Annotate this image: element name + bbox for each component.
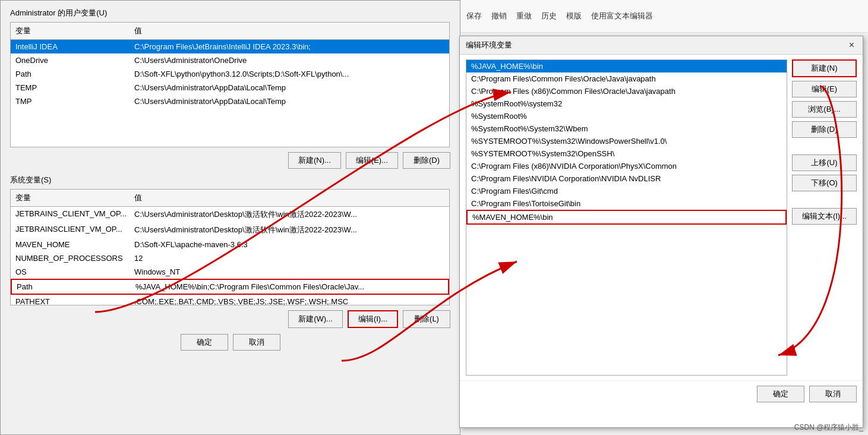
user-col-val-header: 值 bbox=[130, 24, 449, 37]
top-toolbar: 保存 撤销 重做 历史 模版 使用富文本编辑器 bbox=[459, 0, 868, 33]
sys-edit-btn[interactable]: 编辑(I)... bbox=[348, 310, 398, 328]
table-row[interactable]: Path D:\Soft-XFL\python\python3.12.0\Scr… bbox=[11, 67, 449, 81]
system-section-title: 系统变量(S) bbox=[10, 175, 450, 185]
sys-new-btn[interactable]: 新建(W)... bbox=[288, 310, 343, 328]
list-item[interactable]: %SystemRoot%\System32\Wbem bbox=[466, 122, 787, 135]
system-table-header: 变量 值 bbox=[11, 190, 449, 207]
edit-ok-btn[interactable]: 确定 bbox=[757, 386, 804, 402]
table-row[interactable]: IntelliJ IDEA C:\Program Files\JetBrains… bbox=[11, 40, 449, 53]
edit-dialog-title: 编辑环境变量 bbox=[466, 40, 512, 51]
user-table-body[interactable]: IntelliJ IDEA C:\Program Files\JetBrains… bbox=[11, 40, 449, 147]
sys-row-val: C:\Users\Administrator\Desktop\激活软件\win激… bbox=[130, 223, 449, 237]
list-item[interactable]: %SYSTEMROOT%\System32\OpenSSH\ bbox=[466, 147, 787, 160]
sys-col-val-header: 值 bbox=[130, 191, 449, 204]
list-item[interactable]: %SYSTEMROOT%\System32\WindowsPowerShell\… bbox=[466, 135, 787, 147]
user-edit-btn[interactable]: 编辑(E)... bbox=[346, 152, 398, 169]
user-delete-btn[interactable]: 删除(D) bbox=[403, 152, 450, 169]
table-row[interactable]: TMP C:\Users\Administrator\AppData\Local… bbox=[11, 94, 449, 108]
sys-row-val: C:\Users\Administrator\Desktop\激活软件\win激… bbox=[130, 208, 449, 221]
list-item[interactable]: C:\Program Files\NVIDIA Corporation\NVID… bbox=[466, 172, 787, 185]
system-vars-table: 变量 值 JETBRAINS_CLIENT_VM_OP... C:\Users\… bbox=[10, 189, 450, 305]
table-row[interactable]: NUMBER_OF_PROCESSORS 12 bbox=[11, 251, 449, 265]
system-table-body[interactable]: JETBRAINS_CLIENT_VM_OP... C:\Users\Admin… bbox=[11, 207, 449, 305]
list-item[interactable]: %SystemRoot% bbox=[466, 110, 787, 122]
user-row-val: C:\Users\Administrator\AppData\Local\Tem… bbox=[130, 96, 449, 107]
list-item[interactable]: C:\Program Files\Common Files\Oracle\Jav… bbox=[466, 72, 787, 85]
sys-row-var: MAVEN_HOME bbox=[11, 239, 130, 250]
sys-row-var: JETBRAINSCLIENT_VM_OP... bbox=[11, 223, 130, 237]
table-row[interactable]: JETBRAINS_CLIENT_VM_OP... C:\Users\Admin… bbox=[11, 207, 449, 222]
user-table-header: 变量 值 bbox=[11, 23, 449, 40]
user-row-var: Path bbox=[11, 68, 130, 80]
system-btn-row: 新建(W)... 编辑(I)... 删除(L) bbox=[10, 310, 450, 328]
user-row-var: TMP bbox=[11, 96, 130, 107]
edit-delete-btn[interactable]: 删除(D) bbox=[792, 121, 857, 138]
edit-new-btn[interactable]: 新建(N) bbox=[792, 59, 857, 77]
list-item[interactable]: C:\Program Files\Git\cmd bbox=[466, 185, 787, 197]
edit-edit-btn[interactable]: 编辑(E) bbox=[792, 81, 857, 97]
env-dialog-footer: 确定 取消 bbox=[10, 334, 450, 351]
table-row[interactable]: OneDrive C:\Users\Administrator\OneDrive bbox=[11, 53, 449, 67]
sys-path-val: %JAVA_HOME%\bin;C:\Program Files\Common … bbox=[131, 281, 448, 292]
env-variables-dialog: Administrator 的用户变量(U) 变量 值 IntelliJ IDE… bbox=[0, 0, 460, 435]
list-item[interactable]: C:\Program Files\TortoiseGit\bin bbox=[466, 197, 787, 210]
sys-row-val: Windows_NT bbox=[130, 266, 449, 278]
list-item[interactable]: %JAVA_HOME%\bin bbox=[466, 60, 787, 72]
user-row-val: C:\Program Files\JetBrains\IntelliJ IDEA… bbox=[130, 41, 449, 52]
sys-row-val: 12 bbox=[130, 253, 449, 264]
table-row[interactable]: TEMP C:\Users\Administrator\AppData\Loca… bbox=[11, 81, 449, 94]
user-row-val: D:\Soft-XFL\python\python3.12.0\Scripts;… bbox=[130, 68, 449, 80]
sys-row-var: NUMBER_OF_PROCESSORS bbox=[11, 253, 130, 264]
close-button[interactable]: × bbox=[847, 40, 857, 51]
table-row[interactable]: PATHEXT .COM;.EXE;.BAT;.CMD;.VBS;.VBE;JS… bbox=[11, 295, 449, 305]
edit-browse-btn[interactable]: 浏览(B)... bbox=[792, 101, 857, 118]
user-section-title: Administrator 的用户变量(U) bbox=[10, 8, 450, 18]
list-item[interactable]: %SystemRoot%\system32 bbox=[466, 97, 787, 110]
user-vars-table: 变量 值 IntelliJ IDEA C:\Program Files\JetB… bbox=[10, 22, 450, 147]
sys-path-var: Path bbox=[12, 281, 131, 292]
edit-dialog-body: %JAVA_HOME%\bin C:\Program Files\Common … bbox=[460, 55, 863, 380]
edit-dialog-titlebar: 编辑环境变量 × bbox=[460, 36, 863, 55]
path-table-row[interactable]: Path %JAVA_HOME%\bin;C:\Program Files\Co… bbox=[11, 279, 449, 295]
toolbar-redo[interactable]: 重做 bbox=[514, 10, 534, 23]
toolbar-template[interactable]: 模版 bbox=[564, 10, 584, 23]
toolbar-undo[interactable]: 撤销 bbox=[489, 10, 509, 23]
user-row-var: OneDrive bbox=[11, 55, 130, 66]
edit-btn-column: 新建(N) 编辑(E) 浏览(B)... 删除(D) 上移(U) 下移(O) 编… bbox=[792, 59, 857, 376]
edit-move-up-btn[interactable]: 上移(U) bbox=[792, 155, 857, 171]
sys-row-var: JETBRAINS_CLIENT_VM_OP... bbox=[11, 208, 130, 221]
edit-text-btn[interactable]: 编辑文本(I)... bbox=[792, 208, 857, 225]
sys-row-var: PATHEXT bbox=[11, 296, 130, 305]
edit-env-dialog: 编辑环境变量 × %JAVA_HOME%\bin C:\Program File… bbox=[459, 36, 863, 428]
maven-home-list-item[interactable]: %MAVEN_HOME%\bin bbox=[466, 210, 787, 225]
user-new-btn[interactable]: 新建(N)... bbox=[288, 152, 341, 169]
watermark: CSDN @程序猿小胜_ bbox=[794, 423, 863, 433]
list-item[interactable]: C:\Program Files (x86)\NVIDIA Corporatio… bbox=[466, 160, 787, 172]
path-list[interactable]: %JAVA_HOME%\bin C:\Program Files\Common … bbox=[466, 59, 787, 376]
sys-row-val: .COM;.EXE;.BAT;.CMD;.VBS;.VBE;JS;.JSE;.W… bbox=[130, 296, 449, 305]
table-row[interactable]: OS Windows_NT bbox=[11, 265, 449, 279]
env-ok-btn[interactable]: 确定 bbox=[181, 334, 228, 351]
user-col-var-header: 变量 bbox=[11, 24, 130, 37]
sys-delete-btn[interactable]: 删除(L) bbox=[403, 310, 450, 328]
env-cancel-btn[interactable]: 取消 bbox=[233, 334, 280, 351]
sys-row-var: OS bbox=[11, 266, 130, 278]
edit-dialog-footer: 确定 取消 bbox=[460, 380, 863, 407]
sys-col-var-header: 变量 bbox=[11, 191, 130, 204]
table-row[interactable]: MAVEN_HOME D:\Soft-XFL\apache-maven-3.6.… bbox=[11, 238, 449, 251]
list-item[interactable]: C:\Program Files (x86)\Common Files\Orac… bbox=[466, 85, 787, 97]
user-row-var: TEMP bbox=[11, 82, 130, 93]
table-row[interactable]: JETBRAINSCLIENT_VM_OP... C:\Users\Admini… bbox=[11, 222, 449, 238]
toolbar-history[interactable]: 历史 bbox=[539, 10, 559, 23]
user-row-val: C:\Users\Administrator\AppData\Local\Tem… bbox=[130, 82, 449, 93]
user-row-val: C:\Users\Administrator\OneDrive bbox=[130, 55, 449, 66]
sys-row-val: D:\Soft-XFL\apache-maven-3.6.3 bbox=[130, 239, 449, 250]
edit-cancel-btn[interactable]: 取消 bbox=[809, 386, 857, 402]
user-row-var: IntelliJ IDEA bbox=[11, 41, 130, 52]
toolbar-rich-text[interactable]: 使用富文本编辑器 bbox=[589, 10, 655, 23]
user-btn-row: 新建(N)... 编辑(E)... 删除(D) bbox=[10, 152, 450, 169]
toolbar-save[interactable]: 保存 bbox=[464, 10, 484, 23]
edit-move-down-btn[interactable]: 下移(O) bbox=[792, 175, 857, 191]
